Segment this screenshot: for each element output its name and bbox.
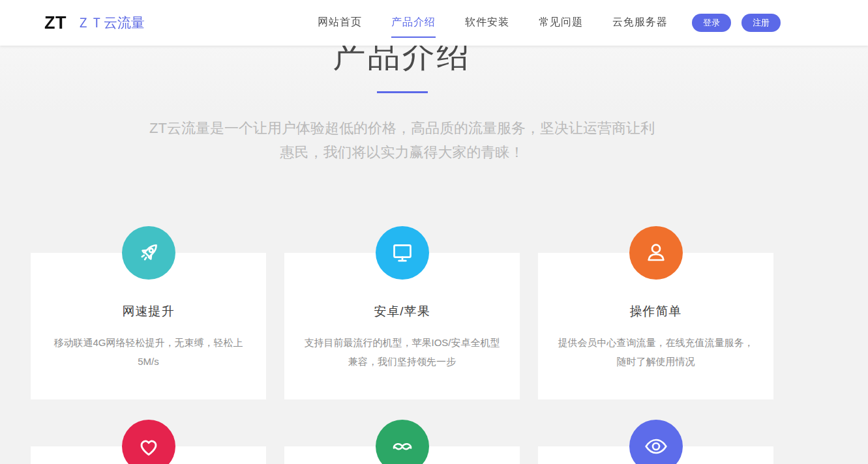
brand-name[interactable]: ＺＴ云流量 — [76, 14, 145, 32]
auth-area: 登录 注册 — [692, 14, 781, 32]
card-text: 支持目前最流行的机型，苹果IOS/安卓全机型兼容，我们坚持领先一步 — [284, 333, 520, 371]
eye-icon — [629, 420, 683, 464]
nav-item-home[interactable]: 网站首页 — [318, 16, 362, 31]
feature-card-platforms: 安卓/苹果 支持目前最流行的机型，苹果IOS/安卓全机型兼容，我们坚持领先一步 — [284, 253, 520, 399]
mustache-icon — [376, 420, 429, 464]
feature-card-easy: 操作简单 提供会员中心查询流量，在线充值流量服务，随时了解使用情况 — [538, 253, 773, 399]
user-icon — [629, 226, 683, 280]
nav-item-install[interactable]: 软件安装 — [465, 16, 509, 31]
feature-card-partial-2 — [284, 446, 520, 464]
heart-icon — [122, 420, 175, 464]
feature-card-speed: 网速提升 移动联通4G网络轻松提升，无束缚，轻松上5M/s — [31, 253, 266, 399]
feature-card-partial-1 — [31, 446, 266, 464]
logo[interactable]: ZT — [44, 13, 67, 33]
features-row-2 — [31, 446, 773, 464]
card-text: 提供会员中心查询流量，在线充值流量服务，随时了解使用情况 — [538, 333, 773, 371]
nav-item-cloud-server[interactable]: 云免服务器 — [612, 16, 668, 31]
features-row-1: 网速提升 移动联通4G网络轻松提升，无束缚，轻松上5M/s 安卓/苹果 支持目前… — [31, 253, 773, 399]
main-nav: 网站首页 产品介绍 软件安装 常见问题 云免服务器 — [318, 16, 668, 31]
rocket-icon — [122, 226, 175, 280]
register-button[interactable]: 注册 — [741, 14, 781, 32]
main-content: 产品介绍 ZT云流量是一个让用户体验超低的价格，高品质的流量服务，坚决让运营商让… — [0, 0, 868, 464]
monitor-icon — [376, 226, 429, 280]
logo-area[interactable]: ZT ＺＴ云流量 — [44, 13, 145, 33]
feature-card-partial-3 — [538, 446, 773, 464]
login-button[interactable]: 登录 — [692, 14, 731, 32]
title-divider — [377, 91, 428, 93]
nav-item-products[interactable]: 产品介绍 — [391, 16, 436, 31]
top-navbar: ZT ＺＴ云流量 网站首页 产品介绍 软件安装 常见问题 云免服务器 登录 注册 — [0, 0, 868, 46]
hero-description: ZT云流量是一个让用户体验超低的价格，高品质的流量服务，坚决让运营商让利惠民，我… — [149, 116, 655, 164]
card-text: 移动联通4G网络轻松提升，无束缚，轻松上5M/s — [31, 333, 266, 371]
features-section: 网速提升 移动联通4G网络轻松提升，无束缚，轻松上5M/s 安卓/苹果 支持目前… — [31, 253, 773, 464]
nav-item-faq[interactable]: 常见问题 — [539, 16, 583, 31]
